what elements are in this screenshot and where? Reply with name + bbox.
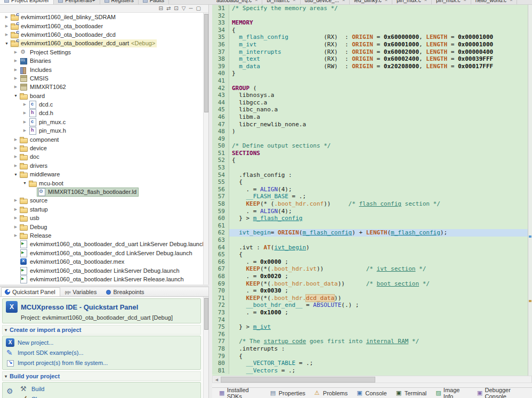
tree-item[interactable]: ▶Project Settings (0, 48, 203, 56)
tree-item[interactable]: ▶Binaries (0, 56, 203, 65)
code-line[interactable]: 74 (212, 316, 528, 324)
code-line[interactable]: 38 m_text (RX) : ORIGIN = 0x60002400, LE… (212, 55, 528, 63)
quickstart-action-import-fs[interactable]: Import project(s) from file system... (6, 359, 197, 367)
code-line[interactable]: 81 __Vectors = .; (212, 367, 528, 375)
editor-horizontal-scrollbar[interactable]: ◀ (212, 376, 532, 383)
tree-item[interactable]: evkmimxrt1060_ota_bootloader.mex (0, 257, 203, 266)
code-line[interactable]: 62 ivt_begin= ORIGIN(m_flash_config) + L… (212, 229, 528, 237)
link-with-editor-icon[interactable]: ⇄ (166, 5, 171, 12)
tab-breakpoints[interactable]: Breakpoints (102, 287, 149, 296)
code-line[interactable]: 46 libm.a (212, 113, 528, 121)
tree-item[interactable]: ▶device (0, 144, 203, 152)
code-line[interactable]: 49 (212, 135, 528, 143)
code-line[interactable]: 34{ (212, 27, 528, 34)
current-line-marker[interactable] (529, 235, 531, 238)
tree-item[interactable]: ▶drivers (0, 161, 203, 170)
code-line[interactable]: 43 libnosys.a (212, 92, 528, 99)
expanded-arrow-icon[interactable]: ▼ (12, 94, 19, 98)
view-tab-peripherals-[interactable]: Peripherals+ (54, 0, 100, 5)
scrollbar-thumb[interactable] (204, 14, 208, 112)
view-menu-icon[interactable]: ▽ (182, 5, 186, 12)
code-line[interactable]: 57 __FLASH_BASE = .; (212, 193, 528, 200)
code-line[interactable]: 65 { (212, 251, 528, 258)
expanded-arrow-icon[interactable]: ▼ (3, 42, 10, 45)
code-line[interactable]: 55 { (212, 178, 528, 186)
editor-tab[interactable]: bl_main.c (262, 0, 300, 5)
close-icon[interactable] (255, 0, 257, 3)
collapsed-arrow-icon[interactable]: ▶ (21, 128, 28, 133)
code-line[interactable]: 35 m_flash_config (RX) : ORIGIN = 0x6000… (212, 34, 528, 41)
close-icon[interactable] (424, 0, 427, 3)
view-tab-faults[interactable]: Faults (139, 0, 169, 5)
collapsed-arrow-icon[interactable]: ▶ (21, 120, 28, 124)
close-icon[interactable] (293, 0, 295, 3)
code-line[interactable]: 53 (212, 164, 528, 172)
code-line[interactable]: 61 (212, 222, 528, 230)
editor-tab[interactable]: pin_mux.c (432, 0, 471, 5)
bottom-tab-properties[interactable]: Properties (267, 388, 309, 398)
scroll-left-arrow-icon[interactable]: ◀ (213, 377, 220, 383)
tree-item[interactable]: ▶component (0, 135, 203, 143)
expanded-arrow-icon[interactable]: ▼ (21, 181, 28, 185)
editor-code[interactable]: 31/* Specify the memory areas */3233MEMO… (212, 5, 528, 376)
code-line[interactable]: 58 KEEP(* (.boot_hdr.conf)) /* flash con… (212, 200, 528, 208)
bottom-tab-sdk[interactable]: Installed SDKs (215, 388, 265, 398)
tree-item[interactable]: MIMXRT1062_flash_bootloader.ld (0, 188, 203, 196)
collapsed-arrow-icon[interactable]: ▶ (3, 15, 10, 19)
code-line[interactable]: 32 (212, 12, 528, 20)
editor-tab[interactable]: led_blinky.c (350, 0, 392, 5)
code-line[interactable]: 72 __boot_hdr_end__ = ABSOLUTE(.) ; (212, 302, 528, 309)
code-line[interactable]: 69 KEEP(*(.boot_hdr.boot_data)) /* boot … (212, 280, 528, 288)
bottom-tab-image-info[interactable]: Image Info (432, 388, 472, 398)
code-line[interactable]: 78 .interrupts : (212, 345, 528, 353)
code-line[interactable]: 79 { (212, 353, 528, 360)
code-line[interactable]: 50/* Define output sections */ (212, 142, 528, 150)
quickstart-scrollbar[interactable] (203, 297, 208, 398)
collapsed-arrow-icon[interactable]: ▶ (12, 164, 19, 168)
expanded-arrow-icon[interactable]: ▼ (12, 173, 19, 176)
close-icon[interactable] (342, 0, 345, 3)
view-tab-registers[interactable]: Registers (100, 0, 139, 5)
maximize-icon[interactable]: ▢ (196, 5, 201, 12)
code-line[interactable]: 33MEMORY (212, 19, 528, 27)
editor-tab[interactable]: pin_mux.c (392, 0, 432, 5)
project-tree-scrollbar[interactable] (203, 13, 208, 285)
code-line[interactable]: 44 libgcc.a (212, 99, 528, 107)
collapsed-arrow-icon[interactable]: ▶ (21, 102, 28, 107)
tree-item[interactable]: ▶Includes (0, 65, 203, 74)
code-line[interactable]: 47 libcr_newlib_none.a (212, 121, 528, 128)
tree-item[interactable]: ▶doc (0, 152, 203, 161)
tree-item[interactable]: ▶Cevkmimxrt1060_ota_bootloader (0, 21, 203, 30)
collapsed-arrow-icon[interactable]: ▶ (3, 33, 10, 37)
code-line[interactable]: 59 . = ALIGN(4); (212, 208, 528, 215)
code-line[interactable]: 36 m_ivt (RX) : ORIGIN = 0x60001000, LEN… (212, 41, 528, 48)
code-line[interactable]: 60 } > m_flash_config (212, 215, 528, 222)
code-line[interactable]: 67 KEEP(*(.boot_hdr.ivt)) /* ivt section… (212, 265, 528, 273)
quickstart-section-header[interactable]: ▾Create or import a project (2, 325, 201, 335)
tree-item[interactable]: ▼board (0, 92, 203, 100)
close-icon[interactable] (510, 0, 512, 3)
code-line[interactable]: 77 /* The startup code goes first into i… (212, 338, 528, 345)
code-line[interactable]: 71 KEEP(*(.boot_hdr.dcd_data)) (212, 295, 528, 302)
tree-item[interactable]: ▶CMSIS (0, 74, 203, 83)
tree-item[interactable]: ▶MIMXRT1062 (0, 83, 203, 91)
quickstart-action-new-project[interactable]: New project... (6, 338, 197, 347)
code-line[interactable]: 75 } > m_ivt (212, 323, 528, 331)
bottom-tab-terminal[interactable]: Terminal (392, 388, 431, 398)
code-line[interactable]: 41 (212, 77, 528, 85)
code-line[interactable]: 37 m_interrupts (RX) : ORIGIN = 0x600020… (212, 48, 528, 56)
code-line[interactable]: 70 . = 0x0030 ; (212, 287, 528, 295)
bottom-tab-problems[interactable]: Problems (311, 388, 351, 398)
occurrence-marker[interactable] (529, 300, 531, 302)
code-line[interactable]: 68 . = 0x0020 ; (212, 273, 528, 280)
tree-item[interactable]: ▶pin_mux.h (0, 126, 203, 135)
code-line[interactable]: 63 (212, 237, 528, 244)
bottom-tab-debugger-console[interactable]: Debugger Console (473, 388, 532, 398)
tree-item[interactable]: ▶usb (0, 214, 203, 222)
code-line[interactable]: 40} (212, 70, 528, 77)
collapsed-arrow-icon[interactable]: ▶ (12, 155, 19, 159)
scrollbar-thumb[interactable] (221, 377, 375, 383)
view-tab-project-explorer[interactable]: Project Explorer (0, 0, 54, 5)
quickstart-action-import-sdk[interactable]: Import SDK example(s)... (6, 348, 197, 357)
code-line[interactable]: 51SECTIONS (212, 150, 528, 157)
